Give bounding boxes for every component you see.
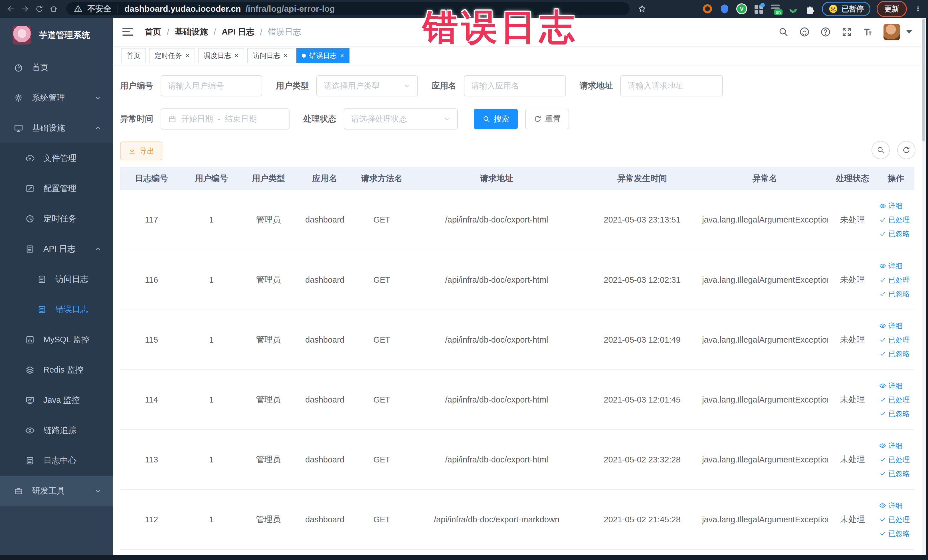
github-icon[interactable] <box>799 26 810 37</box>
extension-shield-icon[interactable] <box>719 3 730 14</box>
extensions-puzzle-icon[interactable] <box>805 3 816 14</box>
sidebar-item-配置管理[interactable]: 配置管理 <box>0 174 113 204</box>
ignored-link[interactable]: 已忽略 <box>879 229 910 238</box>
chevron-down-icon <box>94 487 102 495</box>
browser-chrome: 不安全 dashboard.yudao.iocoder.cn/infra/log… <box>0 0 928 18</box>
scrollbar-thumb[interactable] <box>922 19 925 142</box>
breadcrumb-item-首页[interactable]: 首页 <box>145 26 161 38</box>
profile-paused-badge[interactable]: 已暂停 <box>822 2 870 16</box>
processed-link[interactable]: 已处理 <box>879 395 910 404</box>
processed-link[interactable]: 已处理 <box>879 275 910 285</box>
avatar-caret-icon[interactable] <box>906 30 912 34</box>
close-icon[interactable]: × <box>235 52 238 59</box>
eye-icon <box>25 426 35 435</box>
search-button[interactable]: 搜索 <box>474 109 518 129</box>
detail-link[interactable]: 详细 <box>879 321 903 331</box>
extension-grid-icon[interactable] <box>753 3 764 14</box>
cell-id: 112 <box>120 490 183 549</box>
sidebar-item-文件管理[interactable]: 文件管理 <box>0 143 113 174</box>
browser-home-icon[interactable] <box>48 3 60 15</box>
extension-sprout-icon[interactable] <box>788 3 798 14</box>
detail-link[interactable]: 详细 <box>879 261 903 271</box>
tag-tab-错误日志[interactable]: 错误日志× <box>296 48 350 63</box>
sidebar-item-API 日志[interactable]: API 日志 <box>0 234 113 264</box>
tag-tab-访问日志[interactable]: 访问日志× <box>247 48 293 63</box>
forward-icon[interactable] <box>20 3 31 15</box>
sidebar-item-MySQL 监控[interactable]: MySQL 监控 <box>0 325 113 355</box>
logo-row[interactable]: 芋道管理系统 <box>0 18 113 52</box>
tag-tab-定时任务[interactable]: 定时任务× <box>149 48 195 63</box>
sidebar-item-日志中心[interactable]: 日志中心 <box>0 446 113 476</box>
scrollbar[interactable] <box>922 18 926 555</box>
tag-tab-首页[interactable]: 首页 <box>121 48 146 63</box>
sidebar-item-Java 监控[interactable]: Java 监控 <box>0 385 113 415</box>
detail-link[interactable]: 详细 <box>879 381 903 391</box>
refresh-table-button[interactable] <box>897 141 916 159</box>
detail-link[interactable]: 详细 <box>879 501 903 510</box>
export-button[interactable]: 导出 <box>120 142 162 160</box>
browser-update-button[interactable]: 更新 <box>877 1 907 17</box>
status-select[interactable]: 请选择处理状态 <box>344 108 458 130</box>
sidebar-item-链路追踪[interactable]: 链路追踪 <box>0 415 113 446</box>
processed-link[interactable]: 已处理 <box>879 335 910 345</box>
close-icon[interactable]: × <box>284 52 288 59</box>
ignored-link[interactable]: 已忽略 <box>879 529 910 538</box>
table-body: 1171管理员dashboardGET/api/infra/db-doc/exp… <box>120 190 914 549</box>
request-url-input[interactable]: 请输入请求地址 <box>620 75 723 96</box>
reset-button[interactable]: 重置 <box>525 109 569 129</box>
sidebar-item-错误日志[interactable]: 错误日志 <box>0 294 113 325</box>
user-avatar[interactable] <box>884 24 900 40</box>
toggle-search-button[interactable] <box>872 141 890 159</box>
back-icon[interactable] <box>5 3 17 15</box>
hamburger-icon[interactable] <box>122 27 133 36</box>
user-type-select[interactable]: 请选择用户类型 <box>316 75 418 96</box>
ignored-link[interactable]: 已忽略 <box>879 409 910 418</box>
extension-orange-icon[interactable] <box>702 3 713 14</box>
refresh-icon <box>534 115 542 123</box>
tag-tab-调度日志[interactable]: 调度日志× <box>198 48 244 63</box>
bookmark-star-icon[interactable] <box>636 3 648 15</box>
sidebar-item-定时任务[interactable]: 定时任务 <box>0 204 113 234</box>
detail-link[interactable]: 详细 <box>879 441 903 450</box>
user-id-input[interactable]: 请输入用户编号 <box>160 75 262 96</box>
cell-app: dashboard <box>297 490 353 549</box>
help-icon[interactable] <box>820 26 831 37</box>
error-log-table: 日志编号用户编号用户类型应用名请求方法名请求地址异常发生时间异常名处理状态操作 … <box>120 167 914 550</box>
paused-label: 已暂停 <box>841 4 864 14</box>
extension-switch-icon[interactable]: on <box>771 3 781 14</box>
sidebar-item-基础设施[interactable]: 基础设施 <box>0 113 113 143</box>
processed-link[interactable]: 已处理 <box>879 515 910 524</box>
search-icon[interactable] <box>778 26 789 37</box>
cell-user_id: 1 <box>183 190 240 250</box>
sidebar-item-研发工具[interactable]: 研发工具 <box>0 476 113 506</box>
sidebar-item-访问日志[interactable]: 访问日志 <box>0 264 113 294</box>
breadcrumb-item-API 日志[interactable]: API 日志 <box>222 26 254 38</box>
reload-icon[interactable] <box>34 3 45 15</box>
processed-link[interactable]: 已处理 <box>879 455 910 464</box>
app-name-input[interactable]: 请输入应用名 <box>464 75 566 96</box>
cell-exception: java.lang.IllegalArgumentException <box>702 190 827 250</box>
close-icon[interactable]: × <box>185 52 189 59</box>
filter-row-2: 异常时间 开始日期 - 结束日期 处理状态 请选择处理状态 搜索 重置 <box>120 108 914 130</box>
extension-adguard-icon[interactable]: V <box>736 3 747 14</box>
sidebar-item-label: 错误日志 <box>55 304 89 315</box>
url-bar[interactable]: 不安全 dashboard.yudao.iocoder.cn/infra/log… <box>66 2 630 15</box>
sidebar-item-首页[interactable]: 首页 <box>0 52 113 83</box>
ignored-link[interactable]: 已忽略 <box>879 469 910 478</box>
sidebar-item-系统管理[interactable]: 系统管理 <box>0 83 113 113</box>
processed-link[interactable]: 已处理 <box>879 215 910 224</box>
exception-time-range-picker[interactable]: 开始日期 - 结束日期 <box>160 108 290 130</box>
ignored-link[interactable]: 已忽略 <box>879 289 910 299</box>
cell-status: 未处理 <box>827 430 878 490</box>
cell-app: dashboard <box>297 190 353 250</box>
fullscreen-icon[interactable] <box>841 26 852 37</box>
ignored-link[interactable]: 已忽略 <box>879 349 910 359</box>
close-icon[interactable]: × <box>340 52 344 59</box>
sidebar-item-label: 首页 <box>32 62 49 73</box>
browser-menu-icon[interactable] <box>913 4 923 14</box>
breadcrumb-item-基础设施[interactable]: 基础设施 <box>175 26 208 38</box>
sidebar-item-Redis 监控[interactable]: Redis 监控 <box>0 355 113 385</box>
cell-time: 2021-05-03 12:01:45 <box>582 370 702 430</box>
detail-link[interactable]: 详细 <box>879 201 903 211</box>
font-size-icon[interactable] <box>862 26 873 37</box>
